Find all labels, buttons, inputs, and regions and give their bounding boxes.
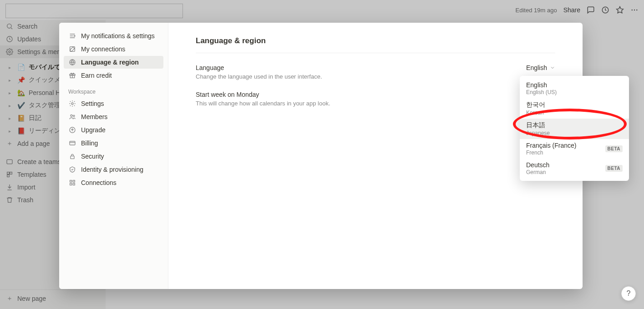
- nav-label: Billing: [81, 140, 98, 147]
- language-select[interactable]: English: [526, 64, 555, 71]
- svg-rect-25: [70, 183, 72, 185]
- edited-label: Edited 19m ago: [516, 7, 557, 14]
- settings-nav-my-connections[interactable]: My connections: [64, 43, 163, 55]
- option-primary: 한국어: [526, 101, 623, 109]
- settings-nav-earn-credit[interactable]: Earn credit: [64, 69, 163, 82]
- option-secondary: Korean: [526, 110, 623, 116]
- language-dropdown: EnglishEnglish (US)한국어Korean日本語JapaneseF…: [520, 76, 629, 181]
- chevron-right-icon: ▸: [5, 89, 14, 97]
- help-button[interactable]: ?: [621, 286, 636, 301]
- beta-badge: BETA: [605, 165, 623, 172]
- divider: [196, 53, 555, 53]
- nav-label: Language & region: [81, 59, 139, 66]
- option-primary: English: [526, 81, 623, 89]
- language-option-korean[interactable]: 한국어Korean: [520, 98, 629, 119]
- week-start-desc: This will change how all calendars in yo…: [196, 100, 540, 107]
- settings-nav-security[interactable]: Security: [64, 150, 163, 163]
- settings-sidebar: My notifications & settingsMy connection…: [59, 23, 168, 289]
- comment-icon[interactable]: [587, 6, 595, 14]
- language-row: Language Change the language used in the…: [196, 61, 555, 88]
- members-icon: [68, 113, 76, 121]
- page-emoji: 📔: [17, 115, 25, 122]
- star-icon[interactable]: [616, 6, 624, 14]
- sidebar-new-page[interactable]: ＋ New page: [0, 289, 106, 304]
- nav-label: My notifications & settings: [81, 32, 155, 40]
- apps-icon: [68, 179, 76, 187]
- chevron-down-icon: [550, 65, 555, 70]
- page-emoji: 🏡: [17, 89, 25, 96]
- settings-nav-connections[interactable]: Connections: [64, 176, 163, 189]
- settings-modal: My notifications & settingsMy connection…: [59, 23, 583, 289]
- svg-point-18: [71, 115, 72, 116]
- gear-icon: [5, 48, 14, 56]
- chevron-right-icon: ▸: [5, 101, 14, 110]
- settings-nav-settings[interactable]: Settings: [64, 97, 163, 110]
- svg-rect-23: [70, 180, 72, 182]
- nav-label: Earn credit: [81, 72, 112, 79]
- language-label: Language: [196, 64, 526, 71]
- language-option-german[interactable]: DeutschGermanBETA: [520, 159, 629, 178]
- gear-icon: [68, 100, 76, 108]
- svg-point-19: [73, 115, 75, 116]
- settings-nav-upgrade[interactable]: Upgrade: [64, 124, 163, 136]
- nav-label: Settings: [81, 100, 104, 107]
- nav-label: Members: [81, 113, 107, 120]
- beta-badge: BETA: [605, 145, 623, 152]
- svg-rect-26: [73, 183, 75, 185]
- page-emoji: 📕: [17, 127, 25, 135]
- nav-label: My connections: [81, 45, 125, 53]
- more-icon[interactable]: [630, 6, 639, 14]
- svg-rect-24: [73, 180, 75, 182]
- chevron-right-icon: ▸: [5, 76, 14, 84]
- plus-icon: ＋: [5, 140, 14, 148]
- language-option-english-us-[interactable]: EnglishEnglish (US): [520, 79, 629, 98]
- svg-point-2: [632, 10, 633, 10]
- option-secondary: Japanese: [526, 130, 623, 136]
- topbar: Edited 19m ago Share: [0, 0, 644, 20]
- settings-nav-members[interactable]: Members: [64, 110, 163, 123]
- chevron-right-icon: ▸: [5, 127, 14, 135]
- svg-point-3: [634, 10, 635, 10]
- plus-icon: ＋: [5, 294, 14, 303]
- svg-rect-21: [70, 141, 75, 145]
- globe-icon: [68, 58, 76, 66]
- settings-nav-my-notifications-settings[interactable]: My notifications & settings: [64, 30, 163, 42]
- title-input[interactable]: [5, 4, 183, 18]
- svg-rect-10: [10, 172, 12, 174]
- page-emoji: ✔️: [17, 102, 25, 109]
- svg-point-5: [7, 24, 11, 28]
- language-option-french[interactable]: Français (France)FrenchBETA: [520, 139, 629, 159]
- option-secondary: French: [526, 150, 602, 156]
- conn-icon: [68, 45, 76, 53]
- clock-icon[interactable]: [601, 6, 609, 14]
- page-title: Language & region: [196, 36, 555, 45]
- nav-label: Security: [81, 153, 104, 160]
- trash-icon: [5, 196, 14, 204]
- week-start-row: Start week on Monday This will change ho…: [196, 88, 555, 115]
- page-emoji: 📌: [17, 76, 25, 84]
- svg-rect-11: [7, 175, 10, 177]
- svg-point-17: [71, 103, 73, 105]
- svg-point-7: [9, 51, 10, 53]
- clock-icon: [5, 35, 14, 43]
- nav-label: Identity & provisioning: [81, 166, 143, 173]
- upgrade-icon: [68, 126, 76, 134]
- chevron-right-icon: ▸: [5, 63, 14, 71]
- gift-icon: [68, 71, 76, 80]
- language-option-japanese[interactable]: 日本語Japanese: [520, 119, 629, 139]
- import-icon: [5, 183, 14, 191]
- security-icon: [68, 152, 76, 160]
- search-icon: [5, 22, 14, 30]
- page-emoji: 📄: [17, 64, 25, 71]
- settings-nav-identity-provisioning[interactable]: Identity & provisioning: [64, 163, 163, 176]
- option-primary: Deutsch: [526, 161, 602, 169]
- topbar-actions: Edited 19m ago Share: [516, 6, 639, 14]
- settings-nav-billing[interactable]: Billing: [64, 137, 163, 150]
- option-primary: 日本語: [526, 121, 623, 130]
- svg-point-12: [74, 35, 75, 37]
- nav-label: Upgrade: [81, 126, 106, 134]
- language-value: English: [526, 64, 547, 71]
- share-button[interactable]: Share: [563, 6, 580, 14]
- option-primary: Français (France): [526, 142, 602, 149]
- settings-nav-language-region[interactable]: Language & region: [64, 56, 163, 69]
